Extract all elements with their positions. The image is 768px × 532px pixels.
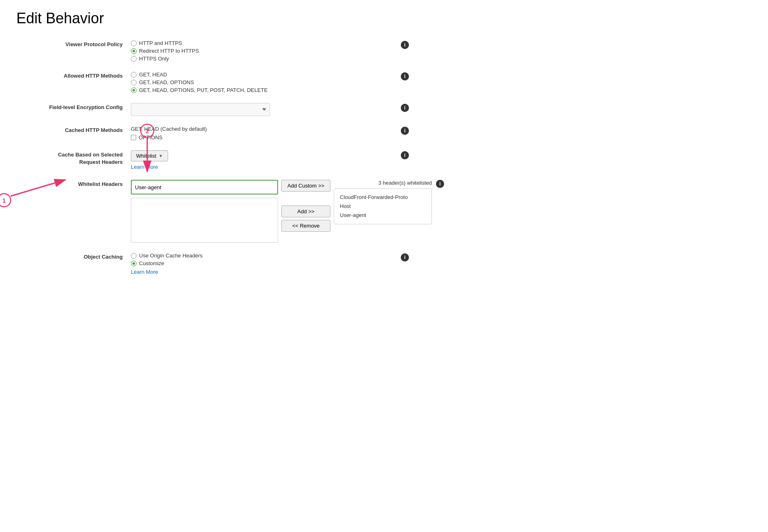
object-caching-info-icon[interactable]: i <box>401 253 409 262</box>
field-level-encryption-select[interactable] <box>131 103 270 116</box>
add-custom-button[interactable]: Add Custom >> <box>281 180 330 192</box>
radio-circle-https-only <box>131 56 137 62</box>
radio-customize[interactable]: Customize <box>131 260 397 266</box>
page-title: Edit Behavior <box>16 10 752 27</box>
cache-based-headers-row: Cache Based on Selected Request Headers … <box>16 150 409 170</box>
radio-get-head[interactable]: GET, HEAD <box>131 72 397 78</box>
radio-circle-get-head-options-all <box>131 87 137 93</box>
radio-circle-http-https <box>131 40 137 46</box>
field-level-encryption-info-icon[interactable]: i <box>401 104 409 112</box>
radio-circle-redirect-https <box>131 48 137 54</box>
radio-https-only[interactable]: HTTPS Only <box>131 56 397 62</box>
radio-get-head-options[interactable]: GET, HEAD, OPTIONS <box>131 79 397 85</box>
allowed-http-methods-row: Allowed HTTP Methods GET, HEAD GET, HEAD… <box>16 72 409 93</box>
remove-button[interactable]: << Remove <box>281 220 330 232</box>
whitelist-dropdown-value: Whitelist <box>136 153 156 159</box>
whitelist-left-panel <box>131 180 278 243</box>
viewer-protocol-info-icon[interactable]: i <box>401 41 409 49</box>
radio-redirect-https[interactable]: Redirect HTTP to HTTPS <box>131 48 397 54</box>
radio-circle-get-head <box>131 72 137 78</box>
allowed-http-methods-label: Allowed HTTP Methods <box>16 72 131 80</box>
whitelist-headers-info-icon[interactable]: i <box>436 180 444 188</box>
whitelisted-item-1: CloudFront-Forwarded-Proto <box>340 193 426 202</box>
field-level-encryption-label: Field-level Encryption Config <box>16 103 131 111</box>
viewer-protocol-policy-label: Viewer Protocol Policy <box>16 40 131 48</box>
svg-point-4 <box>0 194 11 207</box>
dropdown-arrow-icon: ▼ <box>159 154 163 158</box>
cache-based-whitelist-dropdown[interactable]: Whitelist ▼ <box>131 150 168 161</box>
object-caching-learn-more-link[interactable]: Learn More <box>131 269 158 275</box>
whitelisted-item-3: User-agent <box>340 211 426 220</box>
cached-http-methods-row: Cached HTTP Methods GET, HEAD (Cached by… <box>16 126 409 141</box>
whitelist-headers-row: Whitelist Headers 2 1 <box>16 180 409 243</box>
whitelist-custom-input[interactable] <box>131 180 278 194</box>
radio-circle-customize <box>131 261 137 266</box>
radio-circle-origin-cache <box>131 253 137 259</box>
whitelist-available-list[interactable] <box>131 198 278 243</box>
whitelist-count-text: 3 header(s) whitelisted <box>378 180 432 186</box>
add-button[interactable]: Add >> <box>281 206 330 217</box>
object-caching-radio-group: Use Origin Cache Headers Customize <box>131 253 397 266</box>
cached-http-info-icon[interactable]: i <box>401 127 409 135</box>
whitelist-headers-label: Whitelist Headers <box>16 180 131 188</box>
svg-text:1: 1 <box>2 197 6 204</box>
cached-http-methods-label: Cached HTTP Methods <box>16 126 131 134</box>
object-caching-label: Object Caching <box>16 253 131 261</box>
cache-based-learn-more-link[interactable]: Learn More <box>131 164 158 170</box>
whitelisted-items-box[interactable]: CloudFront-Forwarded-Proto Host User-age… <box>334 188 432 224</box>
radio-circle-get-head-options <box>131 80 137 85</box>
cached-options-checkbox[interactable]: OPTIONS <box>131 134 397 141</box>
viewer-protocol-radio-group: HTTP and HTTPS Redirect HTTP to HTTPS HT… <box>131 40 397 62</box>
whitelisted-item-2: Host <box>340 202 426 211</box>
allowed-http-info-icon[interactable]: i <box>401 72 409 80</box>
object-caching-row: Object Caching Use Origin Cache Headers … <box>16 253 409 275</box>
radio-use-origin-cache[interactable]: Use Origin Cache Headers <box>131 253 397 259</box>
cache-based-headers-label: Cache Based on Selected Request Headers <box>16 150 131 166</box>
radio-http-https[interactable]: HTTP and HTTPS <box>131 40 397 46</box>
radio-get-head-options-all[interactable]: GET, HEAD, OPTIONS, PUT, POST, PATCH, DE… <box>131 87 397 93</box>
cache-based-info-icon[interactable]: i <box>401 151 409 159</box>
field-level-encryption-row: Field-level Encryption Config i <box>16 103 409 116</box>
whitelist-right-panel: Add Custom >> Add >> << Remove <box>281 180 330 232</box>
whitelist-full-section: Add Custom >> Add >> << Remove 3 header(… <box>131 180 432 243</box>
checkbox-options <box>131 135 136 140</box>
allowed-http-radio-group: GET, HEAD GET, HEAD, OPTIONS GET, HEAD, … <box>131 72 397 93</box>
viewer-protocol-policy-row: Viewer Protocol Policy HTTP and HTTPS Re… <box>16 40 409 62</box>
whitelist-whitelisted-panel: 3 header(s) whitelisted CloudFront-Forwa… <box>334 180 432 224</box>
cached-default-text: GET, HEAD (Cached by default) <box>131 126 397 132</box>
